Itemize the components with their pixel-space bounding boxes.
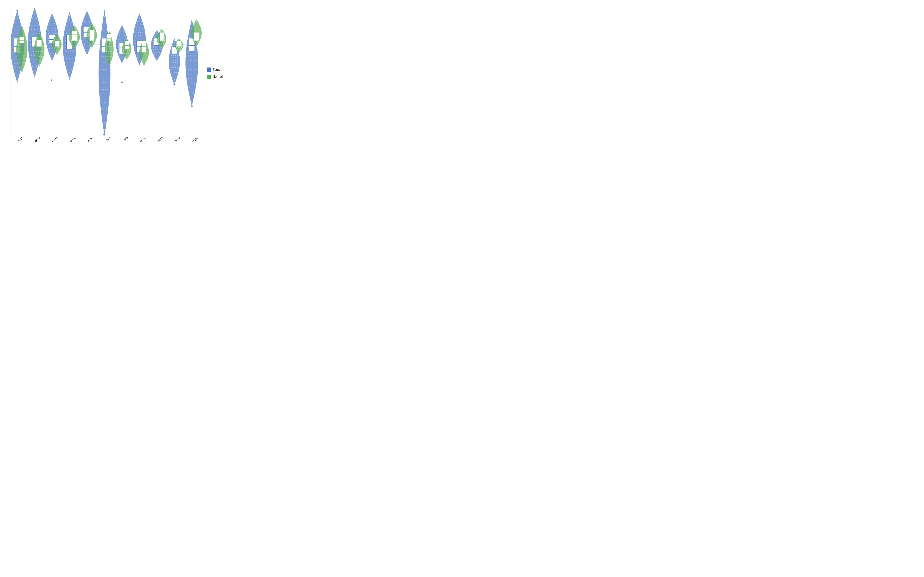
svg-point-377 [76,30,77,31]
svg-point-81 [20,52,21,53]
svg-point-361 [71,37,71,37]
svg-point-541 [111,54,112,55]
svg-rect-660 [124,40,129,49]
svg-point-441 [93,42,94,43]
svg-point-826 [164,39,165,39]
svg-point-969 [190,55,191,56]
svg-point-300 [69,62,70,63]
svg-point-350 [71,42,72,42]
svg-point-58 [15,22,16,23]
svg-point-247 [52,15,53,16]
svg-point-662 [139,65,140,66]
svg-point-497 [100,76,101,77]
svg-point-927 [181,43,182,44]
svg-point-881 [175,55,176,56]
svg-point-600 [123,41,123,42]
svg-point-335 [67,26,68,27]
svg-point-629 [126,53,127,54]
svg-point-817 [162,41,163,42]
svg-point-622 [126,59,127,60]
svg-point-384 [87,55,87,55]
svg-point-490 [103,89,104,90]
svg-point-957 [190,69,191,70]
svg-point-88 [18,45,19,46]
svg-point-663 [139,63,140,63]
svg-point-850 [176,77,176,78]
svg-point-899 [179,52,179,53]
svg-point-959 [195,69,196,70]
svg-point-427 [84,20,85,21]
svg-point-485 [107,102,107,103]
svg-point-60 [17,18,18,19]
svg-point-146 [37,29,38,30]
svg-point-961 [190,64,191,65]
svg-point-395 [87,40,87,41]
legend-label-tumor: Tumor [213,68,221,71]
svg-point-86 [23,49,23,50]
svg-point-293 [69,76,70,77]
svg-point-665 [137,57,138,58]
svg-point-758 [158,56,159,56]
svg-point-1025 [194,25,195,26]
svg-point-571 [121,59,122,60]
svg-point-731 [141,52,142,52]
svg-point-325 [65,37,66,37]
svg-point-1026 [198,25,199,26]
svg-point-801 [157,33,157,34]
svg-point-379 [75,28,76,29]
svg-point-196 [39,31,40,32]
legend-color-normal [207,75,211,79]
svg-point-69 [20,66,21,66]
svg-point-777 [158,46,158,47]
svg-point-901 [178,50,178,51]
svg-point-457 [88,33,89,34]
svg-point-751 [144,38,145,39]
svg-point-720 [142,58,142,58]
svg-point-675 [136,46,136,47]
svg-point-543 [108,51,109,52]
svg-point-299 [66,62,67,63]
svg-point-972 [188,51,189,52]
svg-point-520 [106,36,107,37]
svg-point-822 [164,40,165,41]
svg-point-634 [129,52,129,53]
svg-point-15 [17,74,18,75]
svg-point-104 [21,25,22,26]
svg-point-710 [139,16,140,16]
svg-point-337 [67,23,68,23]
svg-point-132 [30,40,31,41]
svg-point-862 [177,67,178,68]
svg-point-623 [126,58,127,58]
svg-point-430 [88,18,89,18]
svg-point-85 [20,49,21,50]
svg-point-174 [40,51,41,52]
svg-point-369 [71,33,72,34]
svg-point-553 [111,46,112,47]
svg-point-551 [108,46,109,47]
svg-point-949 [188,78,189,79]
svg-point-719 [145,60,146,60]
svg-point-471 [93,26,94,27]
svg-point-360 [77,39,78,39]
svg-point-364 [77,37,78,37]
svg-point-289 [57,33,57,34]
svg-point-1017 [199,31,200,31]
svg-point-958 [193,69,194,70]
svg-rect-290 [55,40,59,47]
svg-point-811 [163,44,164,45]
svg-point-356 [77,40,78,41]
svg-point-530 [109,64,110,64]
svg-point-863 [171,65,171,66]
legend-label-normal: Normal [213,75,223,79]
svg-point-148 [34,26,35,26]
svg-point-251 [51,79,52,81]
svg-point-468 [89,28,90,29]
svg-point-510 [103,56,104,56]
svg-rect-474 [89,30,94,41]
svg-point-735 [141,50,142,50]
svg-point-531 [108,61,108,62]
svg-point-103 [21,28,22,29]
svg-point-1028 [197,23,198,23]
svg-point-151 [37,22,37,23]
svg-point-823 [158,39,159,39]
